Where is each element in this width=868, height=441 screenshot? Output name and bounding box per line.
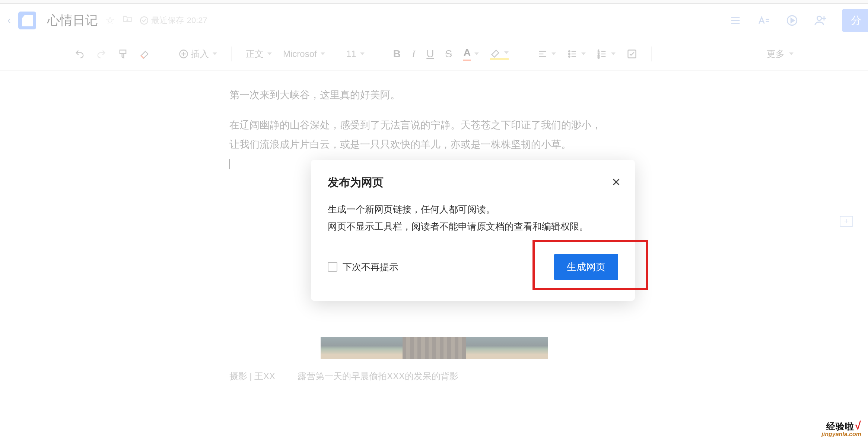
redo-button[interactable] [96,49,106,59]
font-family-label: Microsof [283,49,317,59]
checklist-button[interactable] [627,49,637,59]
app-logo-icon[interactable] [18,12,36,29]
paragraph-style-dropdown[interactable]: 正文 [246,48,272,60]
insert-dropdown[interactable]: 插入 [178,48,217,60]
share-button[interactable]: 分 [842,9,868,32]
chevron-down-icon [321,52,325,55]
svg-rect-9 [120,50,126,53]
bold-button[interactable]: B [393,48,401,60]
paragraph-line[interactable]: 让我们流浪成片片白云，或是一只只欢快的羊儿，亦或是一株株坚韧的小草。 [229,135,639,154]
undo-button[interactable] [74,49,85,59]
chevron-down-icon [789,52,794,55]
svg-point-6 [817,16,821,20]
document-image[interactable] [321,337,548,359]
save-status: 最近保存 20:27 [140,15,207,26]
italic-button[interactable]: I [412,48,415,60]
toolbar-separator [379,47,379,61]
chevron-down-icon [581,52,586,55]
svg-point-16 [569,51,570,52]
generate-button-label: 生成网页 [567,261,605,272]
back-icon[interactable]: ‹ [7,15,11,26]
star-icon[interactable]: ☆ [105,14,115,26]
strikethrough-button[interactable]: S [445,48,452,60]
chevron-down-icon [360,52,365,55]
highlight-color-dropdown[interactable] [490,48,509,60]
watermark-check-icon: √ [855,419,861,432]
watermark-text: 经验啦 [826,421,854,431]
image-caption-left[interactable]: 摄影 | 王XX [229,370,276,382]
more-label: 更多 [767,48,785,60]
menu-icon[interactable] [729,14,742,27]
numbered-list-dropdown[interactable]: 123 [597,49,616,59]
watermark-url: jingyanla.com [821,431,861,437]
dialog-title: 发布为网页 [328,175,618,190]
chevron-down-icon [213,52,217,55]
image-caption-right[interactable]: 露营第一天的早晨偷拍XXX的发呆的背影 [298,370,458,382]
svg-point-18 [569,56,570,57]
svg-point-17 [569,53,570,55]
share-label: 分 [851,15,861,26]
clear-format-button[interactable] [139,49,150,59]
chevron-down-icon [611,52,616,55]
generate-webpage-button[interactable]: 生成网页 [554,254,618,280]
font-size-icon[interactable] [757,14,770,27]
browser-chrome-bar [0,0,868,4]
checkbox-label: 下次不再提示 [343,261,398,273]
align-dropdown[interactable] [537,49,556,59]
font-size-dropdown[interactable]: 11 [346,49,365,59]
save-status-time: 20:27 [187,16,207,25]
font-family-dropdown[interactable]: Microsof [283,49,335,59]
dont-show-again-checkbox[interactable]: 下次不再提示 [328,261,398,273]
document-title[interactable]: 心情日记 [47,12,98,29]
format-toolbar: 插入 正文 Microsof 11 B I U S A 123 更多 [0,37,868,71]
watermark: 经验啦√ jingyanla.com [821,420,861,437]
title-bar: ‹ 心情日记 ☆ 最近保存 20:27 分 [0,4,868,37]
insert-label: 插入 [191,48,209,60]
toolbar-separator [651,47,652,61]
underline-button[interactable]: U [426,48,434,60]
chevron-down-icon [267,52,272,55]
chevron-down-icon [474,52,479,55]
bullet-list-dropdown[interactable] [567,49,586,59]
save-status-prefix: 最近保存 [151,15,184,26]
svg-text:3: 3 [598,55,600,59]
toolbar-separator [231,47,232,61]
paragraph-line[interactable]: 在辽阔幽静的山谷深处，感受到了无法言说的宁静。天苍苍之下印证了我们的渺小， [229,116,639,135]
more-dropdown[interactable]: 更多 [767,48,794,60]
dialog-desc-line: 网页不显示工具栏，阅读者不能申请原文档的查看和编辑权限。 [328,218,618,235]
add-user-icon[interactable] [814,14,827,27]
chevron-down-icon [551,52,556,55]
paragraph-style-label: 正文 [246,48,264,60]
toolbar-separator [523,47,523,61]
check-circle-icon [140,16,148,25]
font-size-value: 11 [346,49,356,59]
play-circle-icon[interactable] [785,14,799,27]
add-comment-icon[interactable] [840,216,853,227]
paragraph-line[interactable]: 第一次来到大峡谷，这里真的好美阿。 [229,86,639,105]
format-brush-button[interactable] [118,49,128,59]
dialog-desc-line: 生成一个新网页链接，任何人都可阅读。 [328,201,618,218]
font-color-dropdown[interactable]: A [463,47,479,61]
toolbar-separator [164,47,164,61]
publish-webpage-dialog: 发布为网页 ✕ 生成一个新网页链接，任何人都可阅读。 网页不显示工具栏，阅读者不… [311,160,635,301]
font-color-icon: A [463,47,471,61]
checkbox-icon [328,262,337,272]
chevron-down-icon [504,51,509,54]
move-folder-icon[interactable] [122,14,133,27]
close-icon[interactable]: ✕ [611,176,621,189]
dialog-description: 生成一个新网页链接，任何人都可阅读。 网页不显示工具栏，阅读者不能申请原文档的查… [328,201,618,235]
